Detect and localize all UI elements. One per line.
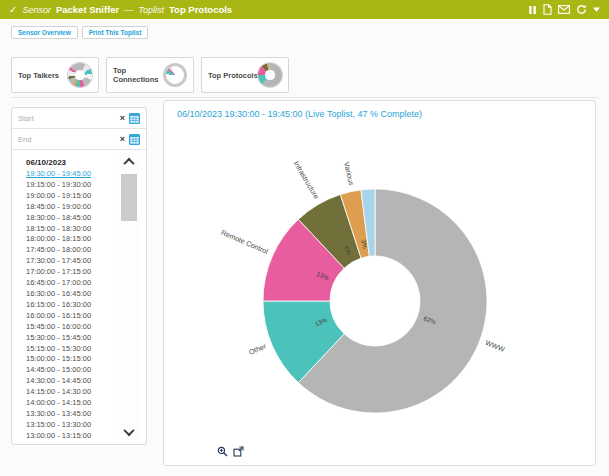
- pause-icon[interactable]: [528, 5, 537, 15]
- protocol-donut-chart: 62%WWW13%Other13%Remote Control7%Infrast…: [164, 101, 597, 467]
- interval-item[interactable]: 16:15:00 - 16:30:00: [26, 300, 108, 311]
- interval-item[interactable]: 16:00:00 - 16:15:00: [26, 311, 108, 322]
- end-date-input[interactable]: [18, 135, 116, 144]
- interval-item[interactable]: 13:15:00 - 13:30:00: [26, 420, 108, 431]
- top-connections-pie-icon: [163, 63, 187, 87]
- interval-list: 06/10/2023 19:30:00 - 19:45:0019:15:00 -…: [26, 156, 108, 440]
- interval-item[interactable]: 14:45:00 - 15:00:00: [26, 365, 108, 376]
- interval-item[interactable]: 19:15:00 - 19:30:00: [26, 180, 108, 191]
- top-talkers-pie-icon: [68, 63, 92, 87]
- toolbar: Sensor Overview Print This Toplist: [11, 26, 148, 39]
- header-separator: —: [124, 5, 133, 15]
- tab-label: Top Protocols: [208, 71, 258, 80]
- interval-item[interactable]: 15:45:00 - 16:00:00: [26, 322, 108, 333]
- email-icon[interactable]: [558, 5, 570, 14]
- start-date-row: ×: [12, 108, 146, 129]
- segment-name-label: WWW: [484, 338, 506, 354]
- interval-item[interactable]: 19:00:00 - 19:15:00: [26, 191, 108, 202]
- print-toplist-button[interactable]: Print This Toplist: [82, 26, 149, 39]
- tab-label: Top Connections: [113, 66, 163, 84]
- interval-item[interactable]: 17:30:00 - 17:45:00: [26, 256, 108, 267]
- tab-top-connections[interactable]: Top Connections: [106, 57, 194, 93]
- interval-item[interactable]: 18:15:00 - 18:30:00: [26, 224, 108, 235]
- report-icon[interactable]: [543, 4, 552, 15]
- toplist-tabs: Top TalkersTop ConnectionsTop Protocols: [11, 57, 289, 93]
- calendar-icon[interactable]: [129, 113, 140, 124]
- clear-end-icon[interactable]: ×: [120, 135, 125, 144]
- open-external-icon[interactable]: [233, 446, 244, 457]
- toplist-name: Top Protocols: [169, 4, 232, 15]
- sensor-header: ✓ Sensor Packet Sniffer — Toplist Top Pr…: [0, 0, 609, 19]
- interval-item[interactable]: 16:30:00 - 16:45:00: [26, 289, 108, 300]
- toplist-chart-panel: 06/10/2023 19:30:00 - 19:45:00 (Live Top…: [163, 100, 596, 466]
- scrollbar-thumb[interactable]: [121, 174, 137, 221]
- clear-start-icon[interactable]: ×: [120, 114, 125, 123]
- segment-name-label: Infrastructure: [292, 159, 321, 200]
- calendar-icon[interactable]: [129, 134, 140, 145]
- interval-item[interactable]: 18:45:00 - 19:00:00: [26, 202, 108, 213]
- tab-top-talkers[interactable]: Top Talkers: [11, 57, 99, 93]
- interval-item[interactable]: 14:30:00 - 14:45:00: [26, 376, 108, 387]
- date-header: 06/10/2023: [26, 156, 108, 169]
- interval-item[interactable]: 15:30:00 - 15:45:00: [26, 333, 108, 344]
- chart-footer-icons: [217, 446, 244, 457]
- interval-item[interactable]: 15:15:00 - 15:30:00: [26, 344, 108, 355]
- caret-down-icon[interactable]: [593, 7, 600, 12]
- interval-list-wrap: 06/10/2023 19:30:00 - 19:45:0019:15:00 -…: [12, 152, 146, 442]
- interval-item[interactable]: 18:00:00 - 18:15:00: [26, 234, 108, 245]
- scroll-down-icon[interactable]: [119, 424, 139, 440]
- interval-item[interactable]: 13:00:00 - 13:15:00: [26, 431, 108, 440]
- header-actions: [528, 4, 600, 15]
- interval-item[interactable]: 18:30:00 - 18:45:00: [26, 213, 108, 224]
- tab-label: Top Talkers: [18, 71, 59, 80]
- segment-name-label: Remote Control: [220, 228, 270, 256]
- toplist-label: Toplist: [138, 5, 164, 15]
- scroll-up-icon[interactable]: [119, 154, 139, 170]
- interval-item[interactable]: 17:00:00 - 17:15:00: [26, 267, 108, 278]
- status-check-icon: ✓: [9, 4, 17, 15]
- interval-scrollbar[interactable]: [119, 154, 139, 440]
- interval-item[interactable]: 14:00:00 - 14:15:00: [26, 398, 108, 409]
- interval-filter-panel: × × 06/10/2023 19:30:00 - 19:45:0019:15:…: [11, 107, 147, 445]
- sensor-label: Sensor: [22, 5, 51, 15]
- interval-item[interactable]: 13:30:00 - 13:45:00: [26, 409, 108, 420]
- interval-item-selected[interactable]: 19:30:00 - 19:45:00: [26, 169, 108, 180]
- segment-name-label: Other: [247, 341, 268, 357]
- sensor-name: Packet Sniffer: [56, 4, 119, 15]
- tabs-divider: [10, 97, 598, 98]
- interval-item[interactable]: 14:15:00 - 14:30:00: [26, 387, 108, 398]
- prtg-toplist-page: ✓ Sensor Packet Sniffer — Toplist Top Pr…: [0, 0, 609, 476]
- refresh-icon[interactable]: [576, 4, 587, 15]
- interval-item[interactable]: 16:45:00 - 17:00:00: [26, 278, 108, 289]
- end-date-row: ×: [12, 129, 146, 150]
- sensor-overview-button[interactable]: Sensor Overview: [11, 26, 78, 39]
- interval-item[interactable]: 15:00:00 - 15:15:00: [26, 354, 108, 365]
- start-date-input[interactable]: [18, 114, 116, 123]
- top-protocols-pie-icon: [258, 63, 282, 87]
- interval-item[interactable]: 17:45:00 - 18:00:00: [26, 245, 108, 256]
- tab-top-protocols[interactable]: Top Protocols: [201, 57, 289, 93]
- segment-name-label: Various: [342, 161, 356, 187]
- zoom-in-icon[interactable]: [217, 446, 228, 457]
